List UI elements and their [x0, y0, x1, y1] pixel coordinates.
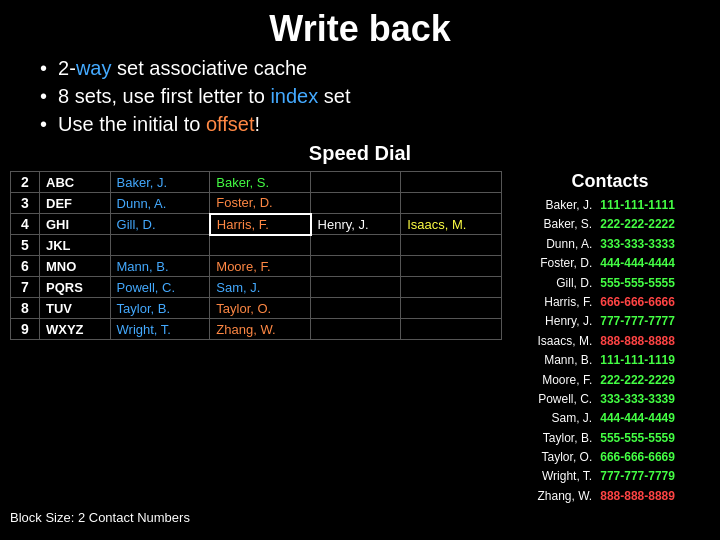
name-cell: Wright, T. [110, 319, 210, 340]
contact-name: Henry, J. [510, 312, 596, 331]
set-label: TUV [40, 298, 111, 319]
name-cell [401, 193, 502, 214]
name-cell [311, 256, 401, 277]
name-cell [110, 235, 210, 256]
table-row: 3DEFDunn, A.Foster, D. [11, 193, 502, 214]
set-number: 4 [11, 214, 40, 235]
name-cell: Baker, S. [210, 172, 311, 193]
contact-row: Harris, F.666-666-6666 [510, 293, 710, 312]
contact-name: Dunn, A. [510, 235, 596, 254]
contact-row: Henry, J.777-777-7777 [510, 312, 710, 331]
contact-name: Harris, F. [510, 293, 596, 312]
set-number: 3 [11, 193, 40, 214]
table-row: 2ABCBaker, J.Baker, S. [11, 172, 502, 193]
name-cell: Mann, B. [110, 256, 210, 277]
bullet-1: • 2-way set associative cache [40, 54, 720, 82]
name-cell [401, 256, 502, 277]
contact-number: 555-555-5559 [596, 429, 710, 448]
set-label: ABC [40, 172, 111, 193]
bullet-2: • 8 sets, use first letter to index set [40, 82, 720, 110]
contact-name: Baker, J. [510, 196, 596, 215]
contact-number: 666-666-6666 [596, 293, 710, 312]
set-number: 8 [11, 298, 40, 319]
name-cell: Henry, J. [311, 214, 401, 235]
contact-row: Gill, D.555-555-5555 [510, 274, 710, 293]
name-cell [401, 319, 502, 340]
contact-number: 777-777-7779 [596, 467, 710, 486]
contact-name: Mann, B. [510, 351, 596, 370]
name-cell [311, 277, 401, 298]
table-row: 4GHIGill, D.Harris, F.Henry, J.Isaacs, M… [11, 214, 502, 235]
contact-name: Zhang, W. [510, 487, 596, 506]
contact-row: Taylor, O.666-666-6669 [510, 448, 710, 467]
contact-number: 555-555-5555 [596, 274, 710, 293]
contact-row: Wright, T.777-777-7779 [510, 467, 710, 486]
name-cell: Isaacs, M. [401, 214, 502, 235]
contact-number: 333-333-3339 [596, 390, 710, 409]
set-number: 6 [11, 256, 40, 277]
name-cell: Dunn, A. [110, 193, 210, 214]
table-row: 6MNOMann, B.Moore, F. [11, 256, 502, 277]
contacts-table: Baker, J.111-111-1111Baker, S.222-222-22… [510, 196, 710, 506]
contact-name: Taylor, O. [510, 448, 596, 467]
speed-dial-table: 2ABCBaker, J.Baker, S.3DEFDunn, A.Foster… [10, 171, 502, 340]
name-cell [311, 172, 401, 193]
name-cell: Taylor, B. [110, 298, 210, 319]
contact-row: Dunn, A.333-333-3333 [510, 235, 710, 254]
contacts-title: Contacts [510, 171, 710, 192]
name-cell [311, 319, 401, 340]
table-area: 2ABCBaker, J.Baker, S.3DEFDunn, A.Foster… [10, 171, 502, 506]
name-cell: Foster, D. [210, 193, 311, 214]
contact-row: Taylor, B.555-555-5559 [510, 429, 710, 448]
contact-name: Isaacs, M. [510, 332, 596, 351]
name-cell: Sam, J. [210, 277, 311, 298]
contact-row: Powell, C.333-333-3339 [510, 390, 710, 409]
name-cell: Gill, D. [110, 214, 210, 235]
set-label: WXYZ [40, 319, 111, 340]
set-label: GHI [40, 214, 111, 235]
contact-row: Zhang, W.888-888-8889 [510, 487, 710, 506]
set-label: MNO [40, 256, 111, 277]
set-number: 9 [11, 319, 40, 340]
contact-name: Taylor, B. [510, 429, 596, 448]
name-cell: Powell, C. [110, 277, 210, 298]
name-cell [401, 277, 502, 298]
bullet-3: • Use the initial to offset! [40, 110, 720, 138]
set-label: DEF [40, 193, 111, 214]
name-cell [311, 193, 401, 214]
contact-number: 888-888-8888 [596, 332, 710, 351]
contacts-panel: Contacts Baker, J.111-111-1111Baker, S.2… [510, 171, 710, 506]
contact-name: Powell, C. [510, 390, 596, 409]
table-row: 9WXYZWright, T.Zhang, W. [11, 319, 502, 340]
contact-row: Foster, D.444-444-4444 [510, 254, 710, 273]
contact-number: 222-222-2222 [596, 215, 710, 234]
contact-number: 888-888-8889 [596, 487, 710, 506]
contact-number: 444-444-4449 [596, 409, 710, 428]
name-cell [311, 298, 401, 319]
name-cell [401, 298, 502, 319]
name-cell [311, 235, 401, 256]
name-cell: Moore, F. [210, 256, 311, 277]
name-cell: Harris, F. [210, 214, 311, 235]
name-cell: Baker, J. [110, 172, 210, 193]
block-size-label: Block Size: 2 Contact Numbers [0, 506, 720, 525]
set-number: 5 [11, 235, 40, 256]
contact-name: Baker, S. [510, 215, 596, 234]
name-cell [401, 172, 502, 193]
contact-name: Gill, D. [510, 274, 596, 293]
set-label: PQRS [40, 277, 111, 298]
contact-number: 222-222-2229 [596, 371, 710, 390]
contact-number: 777-777-7777 [596, 312, 710, 331]
main-title: Write back [0, 0, 720, 54]
contact-number: 666-666-6669 [596, 448, 710, 467]
set-number: 2 [11, 172, 40, 193]
contact-row: Sam, J.444-444-4449 [510, 409, 710, 428]
table-row: 8TUVTaylor, B.Taylor, O. [11, 298, 502, 319]
contact-name: Wright, T. [510, 467, 596, 486]
contact-number: 111-111-1111 [596, 196, 710, 215]
name-cell [401, 235, 502, 256]
table-row: 7PQRSPowell, C.Sam, J. [11, 277, 502, 298]
contact-row: Baker, S.222-222-2222 [510, 215, 710, 234]
contact-number: 111-111-1119 [596, 351, 710, 370]
contact-number: 444-444-4444 [596, 254, 710, 273]
